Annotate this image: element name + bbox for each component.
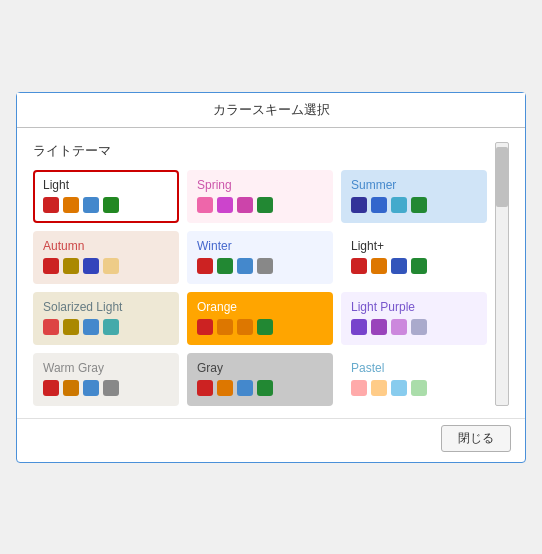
color-dot-autumn-2 — [83, 258, 99, 274]
color-dot-autumn-3 — [103, 258, 119, 274]
color-dot-gray-2 — [237, 380, 253, 396]
color-dots-light — [43, 197, 169, 213]
color-dot-spring-0 — [197, 197, 213, 213]
theme-name-light: Light — [43, 178, 169, 192]
color-dot-lightpurple-2 — [391, 319, 407, 335]
color-dot-spring-3 — [257, 197, 273, 213]
color-dots-solarized — [43, 319, 169, 335]
theme-name-orange: Orange — [197, 300, 323, 314]
scrollbar-thumb — [496, 147, 508, 207]
color-dot-light-0 — [43, 197, 59, 213]
color-dots-gray — [197, 380, 323, 396]
theme-name-lightplus: Light+ — [351, 239, 477, 253]
theme-card-spring[interactable]: Spring — [187, 170, 333, 223]
color-dot-summer-1 — [371, 197, 387, 213]
theme-card-winter[interactable]: Winter — [187, 231, 333, 284]
theme-card-solarized[interactable]: Solarized Light — [33, 292, 179, 345]
color-dot-light-3 — [103, 197, 119, 213]
color-dot-solarized-2 — [83, 319, 99, 335]
theme-card-pastel[interactable]: Pastel — [341, 353, 487, 406]
color-dot-lightplus-3 — [411, 258, 427, 274]
color-dot-spring-1 — [217, 197, 233, 213]
theme-name-warmgray: Warm Gray — [43, 361, 169, 375]
color-dot-orange-0 — [197, 319, 213, 335]
color-dot-lightpurple-1 — [371, 319, 387, 335]
theme-name-solarized: Solarized Light — [43, 300, 169, 314]
theme-card-lightpurple[interactable]: Light Purple — [341, 292, 487, 345]
theme-name-gray: Gray — [197, 361, 323, 375]
title-text: カラースキーム選択 — [213, 102, 330, 117]
color-dot-summer-0 — [351, 197, 367, 213]
color-dot-warmgray-2 — [83, 380, 99, 396]
color-dot-lightpurple-3 — [411, 319, 427, 335]
color-dot-light-1 — [63, 197, 79, 213]
theme-name-pastel: Pastel — [351, 361, 477, 375]
color-dot-spring-2 — [237, 197, 253, 213]
color-dots-summer — [351, 197, 477, 213]
theme-card-warmgray[interactable]: Warm Gray — [33, 353, 179, 406]
color-dot-lightplus-2 — [391, 258, 407, 274]
color-dot-gray-1 — [217, 380, 233, 396]
color-dot-solarized-0 — [43, 319, 59, 335]
color-dot-solarized-1 — [63, 319, 79, 335]
theme-name-lightpurple: Light Purple — [351, 300, 477, 314]
color-dot-winter-1 — [217, 258, 233, 274]
color-dot-autumn-0 — [43, 258, 59, 274]
color-dot-warmgray-3 — [103, 380, 119, 396]
section-label: ライトテーマ — [33, 142, 487, 160]
color-dots-pastel — [351, 380, 477, 396]
color-dot-winter-2 — [237, 258, 253, 274]
theme-name-summer: Summer — [351, 178, 477, 192]
color-dot-pastel-0 — [351, 380, 367, 396]
theme-name-spring: Spring — [197, 178, 323, 192]
color-dots-winter — [197, 258, 323, 274]
color-dots-spring — [197, 197, 323, 213]
dialog-footer: 閉じる — [17, 418, 525, 462]
color-dot-autumn-1 — [63, 258, 79, 274]
close-button[interactable]: 閉じる — [441, 425, 511, 452]
color-dot-lightplus-0 — [351, 258, 367, 274]
theme-card-light[interactable]: Light — [33, 170, 179, 223]
color-dot-warmgray-0 — [43, 380, 59, 396]
color-dots-lightplus — [351, 258, 477, 274]
theme-name-winter: Winter — [197, 239, 323, 253]
theme-name-autumn: Autumn — [43, 239, 169, 253]
color-dots-lightpurple — [351, 319, 477, 335]
color-dot-summer-3 — [411, 197, 427, 213]
color-dot-warmgray-1 — [63, 380, 79, 396]
color-dots-orange — [197, 319, 323, 335]
color-dot-pastel-1 — [371, 380, 387, 396]
color-dot-pastel-2 — [391, 380, 407, 396]
content-area: ライトテーマ LightSpringSummerAutumnWinterLigh… — [33, 142, 495, 406]
color-dot-pastel-3 — [411, 380, 427, 396]
theme-card-lightplus[interactable]: Light+ — [341, 231, 487, 284]
color-dots-autumn — [43, 258, 169, 274]
color-scheme-dialog: カラースキーム選択 ライトテーマ LightSpringSummerAutumn… — [16, 92, 526, 463]
color-dot-lightpurple-0 — [351, 319, 367, 335]
color-dot-orange-1 — [217, 319, 233, 335]
color-dot-solarized-3 — [103, 319, 119, 335]
dialog-body: ライトテーマ LightSpringSummerAutumnWinterLigh… — [17, 128, 525, 418]
color-dot-winter-0 — [197, 258, 213, 274]
color-dot-light-2 — [83, 197, 99, 213]
color-dot-gray-3 — [257, 380, 273, 396]
scrollbar[interactable] — [495, 142, 509, 406]
theme-card-orange[interactable]: Orange — [187, 292, 333, 345]
color-dots-warmgray — [43, 380, 169, 396]
theme-card-autumn[interactable]: Autumn — [33, 231, 179, 284]
color-dot-orange-2 — [237, 319, 253, 335]
theme-card-summer[interactable]: Summer — [341, 170, 487, 223]
color-dot-orange-3 — [257, 319, 273, 335]
dialog-title: カラースキーム選択 — [17, 93, 525, 128]
color-dot-winter-3 — [257, 258, 273, 274]
color-dot-gray-0 — [197, 380, 213, 396]
color-dot-lightplus-1 — [371, 258, 387, 274]
color-dot-summer-2 — [391, 197, 407, 213]
themes-grid: LightSpringSummerAutumnWinterLight+Solar… — [33, 170, 487, 406]
theme-card-gray[interactable]: Gray — [187, 353, 333, 406]
